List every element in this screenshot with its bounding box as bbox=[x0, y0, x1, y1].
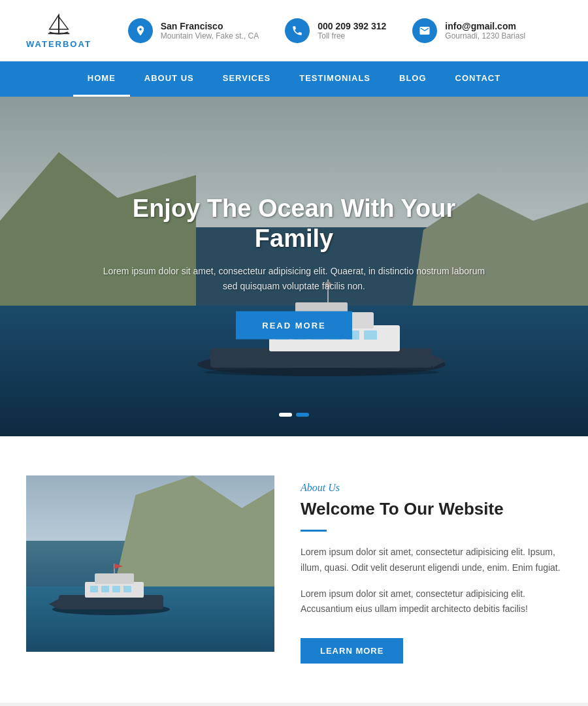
svg-rect-23 bbox=[101, 586, 109, 592]
about-section: About Us Welcome To Our Website Lorem ip… bbox=[0, 436, 588, 703]
contact-location-main: San Francisco bbox=[161, 21, 259, 31]
svg-point-17 bbox=[204, 368, 439, 376]
nav-testimonials[interactable]: TESTIMONIALS bbox=[285, 61, 385, 97]
contact-location-sub: Mountain View, Fake st., CA bbox=[161, 31, 259, 40]
location-icon bbox=[135, 25, 146, 37]
about-title: Welcome To Our Website bbox=[301, 499, 562, 519]
about-learn-more-button[interactable]: LEARN MORE bbox=[301, 638, 403, 664]
nav-services[interactable]: SERVICES bbox=[208, 61, 286, 97]
nav-contact[interactable]: CONTACT bbox=[441, 61, 515, 97]
about-image-bg bbox=[26, 475, 274, 652]
slider-dot-2[interactable] bbox=[296, 413, 309, 417]
email-icon-circle bbox=[412, 18, 437, 43]
nav-home[interactable]: HOME bbox=[73, 61, 130, 97]
hero-title: Enjoy The Ocean With Your Family bbox=[98, 194, 490, 253]
about-text-2: Lorem ipsum dolor sit amet, consectetur … bbox=[301, 586, 562, 618]
svg-marker-27 bbox=[114, 564, 123, 569]
contact-location: San Francisco Mountain View, Fake st., C… bbox=[128, 18, 259, 43]
hero-content: Enjoy The Ocean With Your Family Lorem i… bbox=[98, 194, 490, 340]
hero-section: Enjoy The Ocean With Your Family Lorem i… bbox=[0, 97, 588, 436]
logo-icon bbox=[42, 12, 75, 38]
nav-blog[interactable]: BLOG bbox=[385, 61, 441, 97]
navbar: HOME ABOUT US SERVICES TESTIMONIALS BLOG… bbox=[0, 61, 588, 97]
about-text-1: Lorem ipsum dolor sit amet, consectetur … bbox=[301, 545, 562, 576]
slider-dots bbox=[279, 413, 309, 417]
logo-text: WATERBOAT bbox=[26, 39, 91, 49]
svg-marker-2 bbox=[59, 17, 68, 29]
about-divider bbox=[301, 530, 327, 532]
hero-read-more-button[interactable]: READ MORE bbox=[236, 311, 351, 339]
contact-email-sub: Gournadi, 1230 Bariasl bbox=[445, 31, 525, 40]
email-icon bbox=[419, 25, 431, 37]
phone-icon bbox=[291, 25, 303, 37]
contact-email-details: info@gmail.com Gournadi, 1230 Bariasl bbox=[445, 21, 525, 40]
svg-rect-21 bbox=[95, 573, 134, 584]
logo: WATERBOAT bbox=[26, 12, 91, 49]
contact-phone-details: 000 209 392 312 Toll free bbox=[318, 21, 386, 40]
about-content: About Us Welcome To Our Website Lorem ip… bbox=[301, 475, 562, 664]
about-yacht bbox=[46, 564, 176, 616]
contact-location-details: San Francisco Mountain View, Fake st., C… bbox=[161, 21, 259, 40]
about-subtitle: About Us bbox=[301, 482, 562, 494]
phone-icon-circle bbox=[285, 18, 310, 43]
svg-rect-24 bbox=[112, 586, 120, 592]
svg-rect-22 bbox=[90, 586, 98, 592]
nav-about[interactable]: ABOUT US bbox=[130, 61, 208, 97]
contact-email-main: info@gmail.com bbox=[445, 21, 525, 31]
header-contacts: San Francisco Mountain View, Fake st., C… bbox=[91, 18, 562, 43]
contact-phone-sub: Toll free bbox=[318, 31, 386, 40]
contact-phone-main: 000 209 392 312 bbox=[318, 21, 386, 31]
hero-description: Lorem ipsum dolor sit amet, consectetur … bbox=[98, 264, 490, 293]
location-icon-circle bbox=[128, 18, 153, 43]
contact-email: info@gmail.com Gournadi, 1230 Bariasl bbox=[412, 18, 525, 43]
svg-marker-1 bbox=[50, 15, 59, 29]
header: WATERBOAT San Francisco Mountain View, F… bbox=[0, 0, 588, 61]
contact-phone: 000 209 392 312 Toll free bbox=[285, 18, 386, 43]
slider-dot-1[interactable] bbox=[279, 413, 292, 417]
about-image bbox=[26, 475, 274, 652]
svg-rect-25 bbox=[123, 586, 131, 592]
